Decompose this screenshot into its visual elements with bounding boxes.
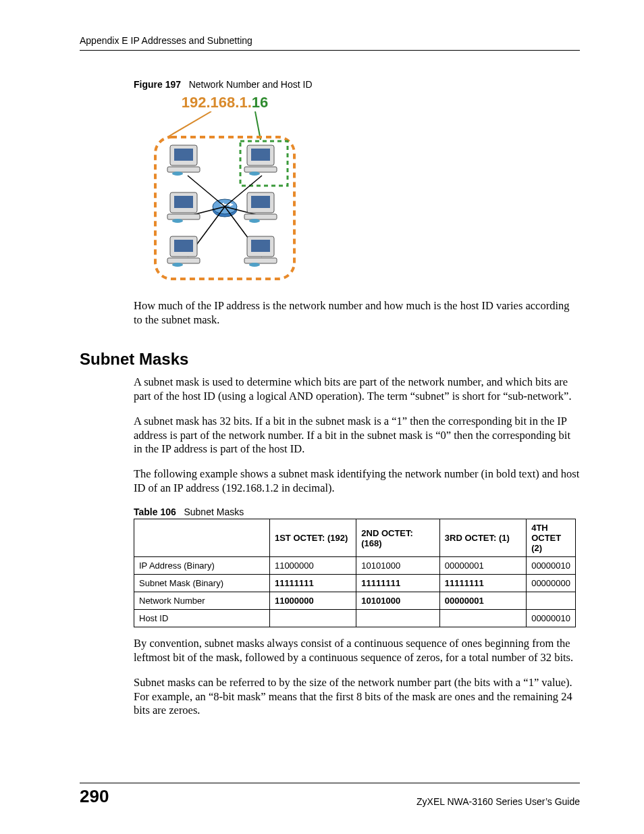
paragraph: A subnet mask has 32 bits. If a bit in t… xyxy=(134,415,580,457)
svg-point-23 xyxy=(172,219,183,223)
table-cell: 11111111 xyxy=(356,575,440,592)
row-label: Host ID xyxy=(134,610,270,627)
svg-point-35 xyxy=(249,263,260,267)
paragraph: By convention, subnet masks always consi… xyxy=(134,637,580,664)
svg-point-27 xyxy=(249,219,260,223)
table-cell: 00000000 xyxy=(527,575,576,592)
computer-icon xyxy=(167,236,200,267)
table-cell: 11000000 xyxy=(269,592,356,610)
table-row: Network Number 11000000 10101000 0000000… xyxy=(134,592,576,610)
svg-rect-26 xyxy=(244,214,277,219)
svg-rect-14 xyxy=(167,167,200,172)
table-header: 2ND OCTET: (168) xyxy=(356,519,440,557)
table-cell: 00000010 xyxy=(527,557,576,575)
router-icon xyxy=(213,199,237,217)
page-header: Appendix E IP Addresses and Subnetting xyxy=(80,35,580,51)
table-header-row: 1ST OCTET: (192) 2ND OCTET: (168) 3RD OC… xyxy=(134,519,576,557)
table-header xyxy=(134,519,270,557)
table-row: Host ID 00000010 xyxy=(134,610,576,627)
svg-rect-34 xyxy=(244,258,277,263)
table-cell: 11111111 xyxy=(439,575,526,592)
computer-icon xyxy=(244,236,277,267)
page-number: 290 xyxy=(80,786,109,807)
svg-point-15 xyxy=(172,172,183,176)
page-footer: 290 ZyXEL NWA-3160 Series User’s Guide xyxy=(80,783,580,807)
document-title: ZyXEL NWA-3160 Series User’s Guide xyxy=(417,796,580,807)
svg-rect-25 xyxy=(251,196,270,208)
table-cell: 10101000 xyxy=(356,592,440,610)
table-cell xyxy=(269,610,356,627)
svg-line-1 xyxy=(255,111,261,140)
svg-rect-29 xyxy=(174,240,193,252)
svg-rect-18 xyxy=(244,167,277,172)
paragraph: The following example shows a subnet mas… xyxy=(134,467,580,495)
svg-rect-22 xyxy=(167,214,200,219)
section-heading: Subnet Masks xyxy=(80,350,580,369)
table-label: Table 106 xyxy=(134,506,176,517)
table-header: 1ST OCTET: (192) xyxy=(269,519,356,557)
figure-caption: Figure 197 Network Number and Host ID xyxy=(134,79,580,90)
table-cell: 11000000 xyxy=(269,557,356,575)
figure-label: Figure 197 xyxy=(134,79,181,90)
paragraph: A subnet mask is used to determine which… xyxy=(134,375,580,403)
table-cell xyxy=(527,592,576,610)
figure-title: Network Number and Host ID xyxy=(189,79,313,90)
ip-network-part: 192.168.1. xyxy=(182,94,252,111)
table-title: Subnet Masks xyxy=(184,506,244,517)
network-diagram: 192.168.1.16 xyxy=(147,94,302,287)
table-cell: 00000001 xyxy=(439,592,526,610)
svg-point-31 xyxy=(172,263,183,267)
paragraph: Subnet masks can be referred to by the s… xyxy=(134,676,580,718)
table-header: 4TH OCTET (2) xyxy=(527,519,576,557)
network-topology-svg xyxy=(147,111,302,287)
row-label: Subnet Mask (Binary) xyxy=(134,575,270,592)
table-cell xyxy=(439,610,526,627)
computer-icon xyxy=(244,192,277,223)
computer-icon xyxy=(167,145,200,176)
svg-point-19 xyxy=(249,172,260,176)
computer-icon xyxy=(244,145,277,176)
table-caption: Table 106 Subnet Masks xyxy=(134,506,580,517)
row-label: IP Address (Binary) xyxy=(134,557,270,575)
computer-icon xyxy=(167,192,200,223)
svg-rect-33 xyxy=(251,240,270,252)
table-cell: 00000010 xyxy=(527,610,576,627)
table-cell xyxy=(356,610,440,627)
table-cell: 10101000 xyxy=(356,557,440,575)
table-row: IP Address (Binary) 11000000 10101000 00… xyxy=(134,557,576,575)
svg-rect-21 xyxy=(174,196,193,208)
ip-address-label: 192.168.1.16 xyxy=(147,94,302,111)
subnet-mask-table: 1ST OCTET: (192) 2ND OCTET: (168) 3RD OC… xyxy=(134,519,576,627)
table-cell: 00000001 xyxy=(439,557,526,575)
paragraph: How much of the IP address is the networ… xyxy=(134,299,580,327)
table-row: Subnet Mask (Binary) 11111111 11111111 1… xyxy=(134,575,576,592)
row-label: Network Number xyxy=(134,592,270,610)
table-header: 3RD OCTET: (1) xyxy=(439,519,526,557)
svg-rect-17 xyxy=(251,149,270,161)
table-cell: 11111111 xyxy=(269,575,356,592)
svg-line-0 xyxy=(167,111,211,137)
svg-rect-13 xyxy=(174,149,193,161)
ip-host-part: 16 xyxy=(252,94,268,111)
svg-rect-30 xyxy=(167,258,200,263)
